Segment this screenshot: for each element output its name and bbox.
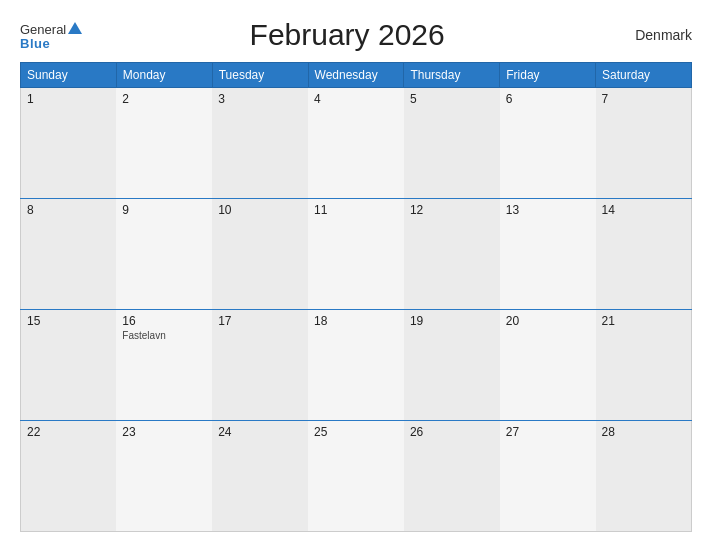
header-sunday: Sunday	[21, 63, 117, 88]
day-number-27: 27	[506, 425, 590, 439]
day-cell-21: 21	[596, 310, 692, 421]
day-number-18: 18	[314, 314, 398, 328]
day-cell-2: 2	[116, 88, 212, 199]
header-saturday: Saturday	[596, 63, 692, 88]
day-number-16: 16	[122, 314, 206, 328]
header: General Blue February 2026 Denmark	[20, 18, 692, 52]
day-cell-8: 8	[21, 199, 117, 310]
logo-general-label: General	[20, 22, 66, 37]
day-cell-9: 9	[116, 199, 212, 310]
week-row-2: 891011121314	[21, 199, 692, 310]
country-label: Denmark	[612, 27, 692, 43]
day-number-10: 10	[218, 203, 302, 217]
day-number-14: 14	[602, 203, 685, 217]
day-cell-16: 16Fastelavn	[116, 310, 212, 421]
day-cell-13: 13	[500, 199, 596, 310]
header-monday: Monday	[116, 63, 212, 88]
day-number-28: 28	[602, 425, 685, 439]
day-number-19: 19	[410, 314, 494, 328]
day-cell-26: 26	[404, 421, 500, 532]
day-cell-28: 28	[596, 421, 692, 532]
logo: General Blue	[20, 21, 82, 50]
day-number-4: 4	[314, 92, 398, 106]
day-cell-27: 27	[500, 421, 596, 532]
day-number-26: 26	[410, 425, 494, 439]
day-number-25: 25	[314, 425, 398, 439]
day-number-9: 9	[122, 203, 206, 217]
calendar-table: Sunday Monday Tuesday Wednesday Thursday…	[20, 62, 692, 532]
day-cell-18: 18	[308, 310, 404, 421]
logo-triangle-icon	[68, 22, 82, 34]
day-number-23: 23	[122, 425, 206, 439]
week-row-4: 22232425262728	[21, 421, 692, 532]
header-friday: Friday	[500, 63, 596, 88]
day-number-3: 3	[218, 92, 302, 106]
day-cell-4: 4	[308, 88, 404, 199]
day-number-15: 15	[27, 314, 110, 328]
day-cell-1: 1	[21, 88, 117, 199]
day-number-21: 21	[602, 314, 685, 328]
day-number-6: 6	[506, 92, 590, 106]
day-cell-6: 6	[500, 88, 596, 199]
day-cell-19: 19	[404, 310, 500, 421]
day-cell-5: 5	[404, 88, 500, 199]
day-cell-17: 17	[212, 310, 308, 421]
day-number-13: 13	[506, 203, 590, 217]
day-number-22: 22	[27, 425, 110, 439]
day-cell-22: 22	[21, 421, 117, 532]
day-cell-24: 24	[212, 421, 308, 532]
week-row-3: 1516Fastelavn1718192021	[21, 310, 692, 421]
logo-blue-label: Blue	[20, 37, 50, 50]
weekday-header-row: Sunday Monday Tuesday Wednesday Thursday…	[21, 63, 692, 88]
day-cell-25: 25	[308, 421, 404, 532]
header-wednesday: Wednesday	[308, 63, 404, 88]
event-label-16: Fastelavn	[122, 330, 206, 341]
logo-general-text: General	[20, 21, 82, 37]
day-number-7: 7	[602, 92, 685, 106]
day-cell-12: 12	[404, 199, 500, 310]
day-cell-20: 20	[500, 310, 596, 421]
day-cell-14: 14	[596, 199, 692, 310]
day-cell-23: 23	[116, 421, 212, 532]
day-cell-7: 7	[596, 88, 692, 199]
day-number-12: 12	[410, 203, 494, 217]
day-number-5: 5	[410, 92, 494, 106]
day-cell-10: 10	[212, 199, 308, 310]
header-tuesday: Tuesday	[212, 63, 308, 88]
day-number-8: 8	[27, 203, 110, 217]
header-thursday: Thursday	[404, 63, 500, 88]
calendar-title: February 2026	[82, 18, 612, 52]
calendar-header: Sunday Monday Tuesday Wednesday Thursday…	[21, 63, 692, 88]
day-number-20: 20	[506, 314, 590, 328]
day-cell-11: 11	[308, 199, 404, 310]
week-row-1: 1234567	[21, 88, 692, 199]
day-number-1: 1	[27, 92, 110, 106]
day-cell-15: 15	[21, 310, 117, 421]
day-number-24: 24	[218, 425, 302, 439]
day-cell-3: 3	[212, 88, 308, 199]
day-number-2: 2	[122, 92, 206, 106]
page: General Blue February 2026 Denmark Sunda…	[0, 0, 712, 550]
day-number-17: 17	[218, 314, 302, 328]
calendar-body: 12345678910111213141516Fastelavn17181920…	[21, 88, 692, 532]
day-number-11: 11	[314, 203, 398, 217]
